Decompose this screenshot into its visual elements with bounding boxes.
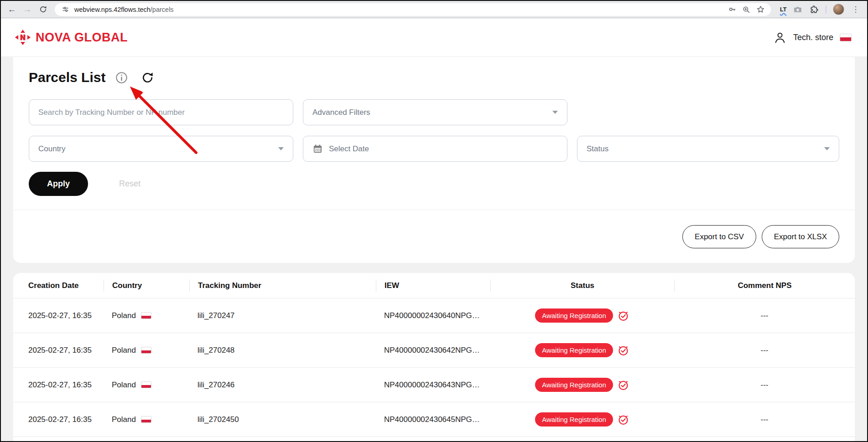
table-row[interactable]: 2025-02-27, 16:35 Poland lili_270247 NP4… xyxy=(13,298,855,333)
toolbar-divider xyxy=(826,5,826,14)
poland-flag-icon xyxy=(141,381,151,388)
awaiting-clock-icon xyxy=(617,309,629,322)
column-header-country: Country xyxy=(104,280,189,292)
cell-iew: NP40000002430643NPG… xyxy=(376,380,490,390)
table-row[interactable]: 2025-02-27, 16:35 Poland lili_270246 NP4… xyxy=(13,368,855,402)
table-header-row: Creation Date Country Tracking Number IE… xyxy=(13,273,855,298)
search-input[interactable] xyxy=(38,108,284,117)
cell-tracking-number: lili_270246 xyxy=(189,380,376,390)
column-header-status: Status xyxy=(490,280,674,292)
site-info-icon[interactable] xyxy=(60,5,70,15)
cell-creation-date: 2025-02-27, 16:35 xyxy=(13,380,104,390)
cell-creation-date: 2025-02-27, 16:35 xyxy=(13,346,104,355)
back-button[interactable]: ← xyxy=(5,3,18,16)
info-icon[interactable] xyxy=(115,72,128,84)
poland-flag-icon xyxy=(141,416,151,423)
search-field[interactable] xyxy=(29,99,293,125)
poland-flag-icon xyxy=(840,34,852,41)
cell-creation-date: 2025-02-27, 16:35 xyxy=(13,311,104,320)
awaiting-clock-icon xyxy=(617,344,629,356)
cell-iew: NP40000002430645NPG… xyxy=(376,415,490,424)
card-divider xyxy=(13,210,855,210)
page-title: Parcels List xyxy=(29,70,105,85)
extensions-puzzle-icon[interactable] xyxy=(809,5,819,15)
url-text: webview.nps.42flows.tech/parcels xyxy=(74,6,174,13)
forward-button[interactable]: → xyxy=(21,3,34,16)
languagetool-extension-icon[interactable]: LT xyxy=(780,6,786,13)
nova-global-logo-icon xyxy=(15,29,31,46)
status-select[interactable]: Status xyxy=(577,136,839,162)
account-widget[interactable]: Tech. store xyxy=(773,31,852,44)
extensions-area: LT ⋮ xyxy=(776,4,860,15)
cell-comment-nps: --- xyxy=(674,311,855,320)
cell-country: Poland xyxy=(104,415,189,424)
reset-button[interactable]: Reset xyxy=(119,179,140,189)
status-select-label: Status xyxy=(587,144,608,154)
address-bar[interactable]: webview.nps.42flows.tech/parcels xyxy=(55,3,771,16)
browser-toolbar: ← → webview.nps.42flows.tech/parcels LT xyxy=(1,1,867,18)
advanced-filters-label: Advanced Filters xyxy=(312,108,370,117)
cell-status: Awaiting Registration xyxy=(490,378,674,392)
filters-card: Parcels List Advanced Filters Count xyxy=(13,57,855,263)
table-row[interactable]: 2025-02-27, 16:35 Poland lili_270248 NP4… xyxy=(13,333,855,368)
cell-creation-date: 2025-02-27, 16:35 xyxy=(13,415,104,424)
country-select-label: Country xyxy=(38,144,66,154)
chevron-down-icon xyxy=(278,147,284,150)
awaiting-clock-icon xyxy=(617,413,629,426)
cell-comment-nps: --- xyxy=(674,415,855,424)
export-xlsx-button[interactable]: Export to XLSX xyxy=(762,225,839,248)
parcels-table-card: Creation Date Country Tracking Number IE… xyxy=(13,273,855,441)
user-icon xyxy=(773,31,787,44)
column-header-iew: IEW xyxy=(376,280,490,292)
cell-status: Awaiting Registration xyxy=(490,308,674,323)
profile-avatar[interactable] xyxy=(833,4,844,15)
cell-comment-nps: --- xyxy=(674,346,855,355)
camera-extension-icon[interactable] xyxy=(793,5,803,15)
brand-logo[interactable]: NOVA GLOBAL xyxy=(15,29,128,46)
status-badge: Awaiting Registration xyxy=(535,308,613,323)
country-name: Poland xyxy=(112,380,136,390)
status-badge: Awaiting Registration xyxy=(535,412,613,427)
advanced-filters-select[interactable]: Advanced Filters xyxy=(303,99,567,125)
country-select[interactable]: Country xyxy=(29,136,293,162)
country-name: Poland xyxy=(112,311,136,320)
column-header-comment-nps: Comment NPS xyxy=(674,280,855,292)
date-picker[interactable]: Select Date xyxy=(303,136,567,162)
password-key-icon[interactable] xyxy=(727,5,737,15)
cell-country: Poland xyxy=(104,380,189,390)
browser-window: ← → webview.nps.42flows.tech/parcels LT xyxy=(0,0,868,442)
status-badge: Awaiting Registration xyxy=(535,343,613,357)
reload-button[interactable] xyxy=(36,3,49,16)
cell-iew: NP40000002430642NPG… xyxy=(376,346,490,355)
chevron-down-icon xyxy=(552,111,558,114)
site-header: NOVA GLOBAL Tech. store xyxy=(1,18,867,57)
date-picker-label: Select Date xyxy=(329,144,369,154)
cell-country: Poland xyxy=(104,346,189,355)
country-name: Poland xyxy=(112,415,136,424)
cell-comment-nps: --- xyxy=(674,380,855,390)
export-csv-button[interactable]: Export to CSV xyxy=(682,225,756,248)
cell-tracking-number: lili_270247 xyxy=(189,311,376,320)
awaiting-clock-icon xyxy=(617,379,629,391)
cell-iew: NP40000002430640NPG… xyxy=(376,311,490,320)
country-name: Poland xyxy=(112,346,136,355)
cell-tracking-number: lili_2702450 xyxy=(189,415,376,424)
zoom-in-icon[interactable] xyxy=(741,5,751,15)
page-body: NOVA GLOBAL Tech. store Parcels List xyxy=(1,18,867,441)
poland-flag-icon xyxy=(141,347,151,354)
status-badge: Awaiting Registration xyxy=(535,378,613,392)
brand-name: NOVA GLOBAL xyxy=(36,31,128,45)
browser-menu-icon[interactable]: ⋮ xyxy=(851,5,860,13)
page-content: Parcels List Advanced Filters Count xyxy=(1,57,867,441)
apply-button[interactable]: Apply xyxy=(29,172,88,196)
account-name: Tech. store xyxy=(793,33,833,42)
column-header-creation-date: Creation Date xyxy=(13,280,104,292)
table-row[interactable]: 2025-02-27, 16:35 Poland lili_2702450 NP… xyxy=(13,402,855,437)
cell-status: Awaiting Registration xyxy=(490,412,674,427)
chevron-down-icon xyxy=(824,147,830,150)
calendar-icon xyxy=(312,144,323,154)
cell-tracking-number: lili_270248 xyxy=(189,346,376,355)
refresh-list-icon[interactable] xyxy=(141,72,154,84)
bookmark-star-icon[interactable] xyxy=(755,5,765,15)
cell-status: Awaiting Registration xyxy=(490,343,674,357)
